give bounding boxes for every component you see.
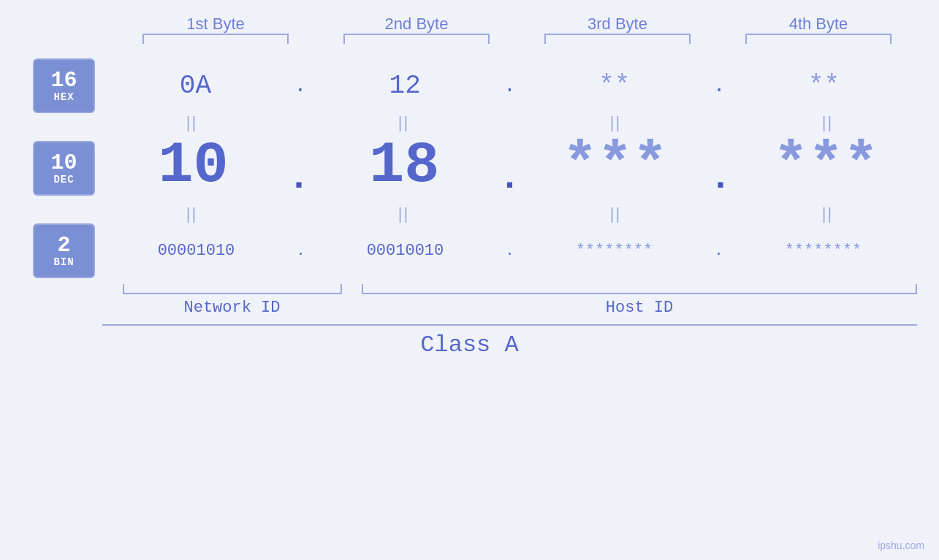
eq-2-b2: ||: [324, 204, 484, 223]
bin-b2: 00010010: [324, 242, 485, 260]
hex-b3: **: [534, 71, 695, 101]
eq-1-b1: ||: [112, 113, 273, 132]
hex-b4: **: [744, 71, 905, 101]
eq-1-b4: ||: [748, 113, 908, 132]
host-id-label: Host ID: [606, 299, 673, 317]
bin-dot-2: .: [505, 242, 514, 259]
bracket-1: [142, 34, 289, 44]
bin-badge-spacer: 2 BIN: [0, 223, 102, 278]
dec-badge-num: 10: [50, 152, 77, 174]
dec-dot-3: .: [710, 157, 731, 199]
dec-dot-1: .: [288, 157, 310, 199]
dec-b1: 10: [113, 132, 274, 199]
hex-badge-label: HEX: [53, 91, 74, 103]
network-id-area: Network ID: [102, 284, 362, 317]
bracket-2: [343, 34, 490, 44]
dec-b2: 18: [324, 132, 484, 199]
byte-header-2: 2nd Byte: [329, 15, 504, 34]
dec-values: 10 . 18 . *** . ***: [102, 132, 939, 204]
eq-values-2: || || || ||: [102, 204, 939, 223]
class-a-label: Class A: [420, 331, 518, 358]
dec-b4: ***: [745, 132, 906, 199]
id-brackets-row: Network ID Host ID: [0, 284, 939, 317]
network-bracket: [123, 284, 342, 294]
bin-badge: 2 BIN: [33, 223, 95, 278]
host-id-area: Host ID: [362, 284, 939, 317]
bin-values: 00001010 . 00010010 . ******** . *******…: [102, 242, 939, 260]
eq-dot-sp-6: [715, 204, 729, 223]
watermark: ipshu.com: [878, 540, 924, 551]
hex-badge: 16 HEX: [33, 58, 95, 113]
eq-2-b3: ||: [536, 204, 696, 223]
top-brackets: [115, 34, 919, 44]
byte-headers-row: 1st Byte 2nd Byte 3rd Byte 4th Byte: [115, 15, 919, 34]
host-bracket: [362, 284, 917, 294]
bin-row: 2 BIN 00001010 . 00010010 . ******** . *…: [0, 223, 939, 278]
bin-b4: ********: [742, 242, 903, 260]
bin-dot-3: .: [714, 242, 723, 259]
dec-badge-spacer: 10 DEC: [0, 141, 102, 196]
dec-badge: 10 DEC: [33, 141, 95, 196]
bin-badge-label: BIN: [53, 256, 74, 268]
dec-b3: ***: [535, 132, 696, 199]
dec-row: 10 DEC 10 . 18 . *** . ***: [0, 132, 939, 204]
eq-values-1: || || || ||: [102, 113, 939, 132]
class-area: Class A: [0, 324, 939, 361]
dec-badge-label: DEC: [53, 174, 74, 185]
hex-b1: 0A: [115, 71, 275, 101]
hex-dot-1: .: [294, 74, 306, 97]
hex-values: 0A . 12 . ** . **: [102, 71, 939, 101]
hex-badge-spacer: 16 HEX: [0, 58, 102, 113]
byte-header-3: 3rd Byte: [530, 15, 705, 34]
eq-dot-sp-4: [291, 204, 305, 223]
hex-dot-3: .: [713, 74, 726, 97]
eq-1-b3: ||: [536, 113, 696, 132]
eq-1-b2: ||: [324, 113, 484, 132]
hex-b2: 12: [324, 71, 485, 101]
hex-row: 16 HEX 0A . 12 . ** . **: [0, 58, 939, 113]
bin-b1: 00001010: [115, 242, 276, 260]
eq-dot-sp-2: [503, 113, 517, 132]
eq-dot-sp-1: [291, 113, 305, 132]
hex-dot-2: .: [503, 74, 516, 97]
equals-row-2: || || || ||: [0, 204, 939, 223]
equals-row-1: || || || ||: [0, 113, 939, 132]
network-id-label: Network ID: [183, 299, 280, 317]
eq-dot-sp-5: [503, 204, 517, 223]
byte-header-1: 1st Byte: [128, 15, 303, 34]
dec-dot-2: .: [498, 157, 520, 199]
hex-badge-num: 16: [50, 69, 77, 91]
eq-dot-sp-3: [715, 113, 729, 132]
bracket-4: [745, 34, 892, 44]
bracket-3: [544, 34, 691, 44]
class-bracket-line: [102, 324, 917, 326]
bin-badge-num: 2: [57, 234, 70, 256]
byte-header-4: 4th Byte: [731, 15, 906, 34]
bin-b3: ********: [533, 242, 694, 260]
bin-dot-1: .: [296, 242, 305, 259]
main-container: 1st Byte 2nd Byte 3rd Byte 4th Byte 16 H…: [0, 0, 939, 560]
class-a-label-wrapper: Class A: [0, 331, 939, 358]
eq-2-b4: ||: [748, 204, 908, 223]
eq-2-b1: ||: [112, 204, 273, 223]
